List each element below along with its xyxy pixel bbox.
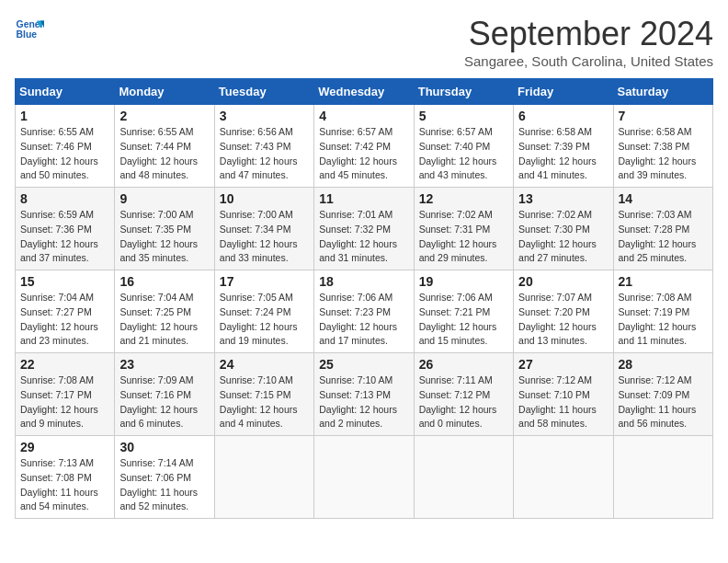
day-info: Sunrise: 7:11 AMSunset: 7:12 PMDaylight:… [419, 374, 497, 429]
header-cell-thursday: Thursday [414, 79, 513, 105]
day-info: Sunrise: 6:55 AMSunset: 7:46 PMDaylight:… [20, 126, 98, 180]
day-info: Sunrise: 7:05 AMSunset: 7:24 PMDaylight:… [220, 292, 298, 346]
day-number: 30 [119, 440, 209, 454]
calendar-cell: 21 Sunrise: 7:08 AMSunset: 7:19 PMDaylig… [613, 270, 712, 353]
calendar-cell: 6 Sunrise: 6:58 AMSunset: 7:39 PMDayligh… [514, 105, 613, 188]
header-cell-saturday: Saturday [613, 79, 712, 105]
calendar-week-row: 15 Sunrise: 7:04 AMSunset: 7:27 PMDaylig… [16, 270, 713, 353]
calendar-cell: 23 Sunrise: 7:09 AMSunset: 7:16 PMDaylig… [115, 353, 214, 436]
day-number: 7 [619, 109, 708, 123]
day-number: 22 [20, 357, 109, 372]
day-number: 14 [619, 191, 708, 206]
day-info: Sunrise: 7:13 AMSunset: 7:08 PMDaylight:… [20, 457, 98, 511]
calendar-cell: 1 Sunrise: 6:55 AMSunset: 7:46 PMDayligh… [16, 105, 115, 188]
day-number: 11 [319, 191, 408, 206]
day-info: Sunrise: 7:06 AMSunset: 7:21 PMDaylight:… [419, 292, 497, 346]
calendar-cell [214, 436, 313, 519]
calendar-cell [613, 436, 712, 519]
logo: General Blue [15, 15, 44, 44]
day-info: Sunrise: 7:02 AMSunset: 7:31 PMDaylight:… [419, 209, 497, 263]
day-info: Sunrise: 7:08 AMSunset: 7:17 PMDaylight:… [20, 374, 98, 429]
day-number: 8 [20, 191, 109, 206]
day-number: 20 [518, 274, 608, 289]
calendar-cell: 15 Sunrise: 7:04 AMSunset: 7:27 PMDaylig… [16, 270, 115, 353]
day-info: Sunrise: 7:00 AMSunset: 7:35 PMDaylight:… [119, 209, 198, 263]
day-info: Sunrise: 7:07 AMSunset: 7:20 PMDaylight:… [518, 292, 597, 346]
day-info: Sunrise: 7:04 AMSunset: 7:25 PMDaylight:… [119, 292, 198, 346]
day-info: Sunrise: 7:02 AMSunset: 7:30 PMDaylight:… [518, 209, 597, 263]
calendar-cell: 26 Sunrise: 7:11 AMSunset: 7:12 PMDaylig… [414, 353, 513, 436]
calendar-cell [514, 436, 613, 519]
svg-text:Blue: Blue [17, 29, 38, 40]
calendar-cell [314, 436, 414, 519]
day-info: Sunrise: 7:09 AMSunset: 7:16 PMDaylight:… [119, 374, 198, 429]
calendar-week-row: 1 Sunrise: 6:55 AMSunset: 7:46 PMDayligh… [16, 105, 713, 188]
calendar-body: 1 Sunrise: 6:55 AMSunset: 7:46 PMDayligh… [16, 105, 713, 519]
day-number: 27 [518, 357, 608, 372]
day-info: Sunrise: 6:59 AMSunset: 7:36 PMDaylight:… [20, 209, 98, 263]
calendar-cell: 11 Sunrise: 7:01 AMSunset: 7:32 PMDaylig… [314, 188, 414, 270]
calendar-cell [414, 436, 513, 519]
calendar-table: SundayMondayTuesdayWednesdayThursdayFrid… [15, 78, 713, 519]
calendar-cell: 12 Sunrise: 7:02 AMSunset: 7:31 PMDaylig… [414, 188, 513, 270]
day-info: Sunrise: 7:12 AMSunset: 7:09 PMDaylight:… [619, 374, 697, 429]
day-number: 3 [220, 109, 309, 123]
calendar-cell: 8 Sunrise: 6:59 AMSunset: 7:36 PMDayligh… [16, 188, 115, 270]
day-number: 26 [419, 357, 508, 372]
day-number: 21 [619, 274, 708, 289]
day-number: 9 [119, 191, 209, 206]
page-header: General Blue September 2024 Sangaree, So… [15, 15, 713, 69]
calendar-cell: 30 Sunrise: 7:14 AMSunset: 7:06 PMDaylig… [115, 436, 214, 519]
calendar-week-row: 29 Sunrise: 7:13 AMSunset: 7:08 PMDaylig… [16, 436, 713, 519]
day-info: Sunrise: 6:55 AMSunset: 7:44 PMDaylight:… [119, 126, 198, 180]
day-info: Sunrise: 7:08 AMSunset: 7:19 PMDaylight:… [619, 292, 697, 346]
calendar-cell: 28 Sunrise: 7:12 AMSunset: 7:09 PMDaylig… [613, 353, 712, 436]
day-number: 10 [220, 191, 309, 206]
day-info: Sunrise: 6:57 AMSunset: 7:42 PMDaylight:… [319, 126, 397, 180]
day-number: 17 [220, 274, 309, 289]
calendar-cell: 5 Sunrise: 6:57 AMSunset: 7:40 PMDayligh… [414, 105, 513, 188]
day-number: 2 [119, 109, 209, 123]
month-title: September 2024 [464, 15, 713, 53]
day-info: Sunrise: 7:06 AMSunset: 7:23 PMDaylight:… [319, 292, 397, 346]
calendar-cell: 18 Sunrise: 7:06 AMSunset: 7:23 PMDaylig… [314, 270, 414, 353]
day-number: 5 [419, 109, 508, 123]
header-cell-tuesday: Tuesday [214, 79, 313, 105]
calendar-cell: 24 Sunrise: 7:10 AMSunset: 7:15 PMDaylig… [214, 353, 313, 436]
day-number: 23 [119, 357, 209, 372]
day-number: 4 [319, 109, 408, 123]
day-info: Sunrise: 6:58 AMSunset: 7:39 PMDaylight:… [518, 126, 597, 180]
calendar-cell: 9 Sunrise: 7:00 AMSunset: 7:35 PMDayligh… [115, 188, 214, 270]
logo-icon: General Blue [15, 15, 44, 44]
calendar-cell: 20 Sunrise: 7:07 AMSunset: 7:20 PMDaylig… [514, 270, 613, 353]
header-cell-sunday: Sunday [16, 79, 115, 105]
day-info: Sunrise: 6:57 AMSunset: 7:40 PMDaylight:… [419, 126, 497, 180]
day-number: 6 [518, 109, 608, 123]
day-number: 12 [419, 191, 508, 206]
day-info: Sunrise: 7:00 AMSunset: 7:34 PMDaylight:… [220, 209, 298, 263]
calendar-cell: 2 Sunrise: 6:55 AMSunset: 7:44 PMDayligh… [115, 105, 214, 188]
calendar-cell: 25 Sunrise: 7:10 AMSunset: 7:13 PMDaylig… [314, 353, 414, 436]
calendar-cell: 17 Sunrise: 7:05 AMSunset: 7:24 PMDaylig… [214, 270, 313, 353]
header-row: SundayMondayTuesdayWednesdayThursdayFrid… [16, 79, 713, 105]
header-cell-friday: Friday [514, 79, 613, 105]
calendar-cell: 7 Sunrise: 6:58 AMSunset: 7:38 PMDayligh… [613, 105, 712, 188]
header-cell-wednesday: Wednesday [314, 79, 414, 105]
calendar-cell: 14 Sunrise: 7:03 AMSunset: 7:28 PMDaylig… [613, 188, 712, 270]
day-number: 16 [119, 274, 209, 289]
day-info: Sunrise: 7:10 AMSunset: 7:13 PMDaylight:… [319, 374, 397, 429]
day-number: 25 [319, 357, 408, 372]
day-info: Sunrise: 6:56 AMSunset: 7:43 PMDaylight:… [220, 126, 298, 180]
day-number: 29 [20, 440, 109, 454]
day-info: Sunrise: 7:14 AMSunset: 7:06 PMDaylight:… [119, 457, 198, 511]
day-number: 24 [220, 357, 309, 372]
day-number: 13 [518, 191, 608, 206]
calendar-cell: 19 Sunrise: 7:06 AMSunset: 7:21 PMDaylig… [414, 270, 513, 353]
calendar-cell: 29 Sunrise: 7:13 AMSunset: 7:08 PMDaylig… [16, 436, 115, 519]
calendar-cell: 10 Sunrise: 7:00 AMSunset: 7:34 PMDaylig… [214, 188, 313, 270]
calendar-week-row: 22 Sunrise: 7:08 AMSunset: 7:17 PMDaylig… [16, 353, 713, 436]
calendar-cell: 27 Sunrise: 7:12 AMSunset: 7:10 PMDaylig… [514, 353, 613, 436]
calendar-cell: 16 Sunrise: 7:04 AMSunset: 7:25 PMDaylig… [115, 270, 214, 353]
day-number: 1 [20, 109, 109, 123]
day-info: Sunrise: 6:58 AMSunset: 7:38 PMDaylight:… [619, 126, 697, 180]
